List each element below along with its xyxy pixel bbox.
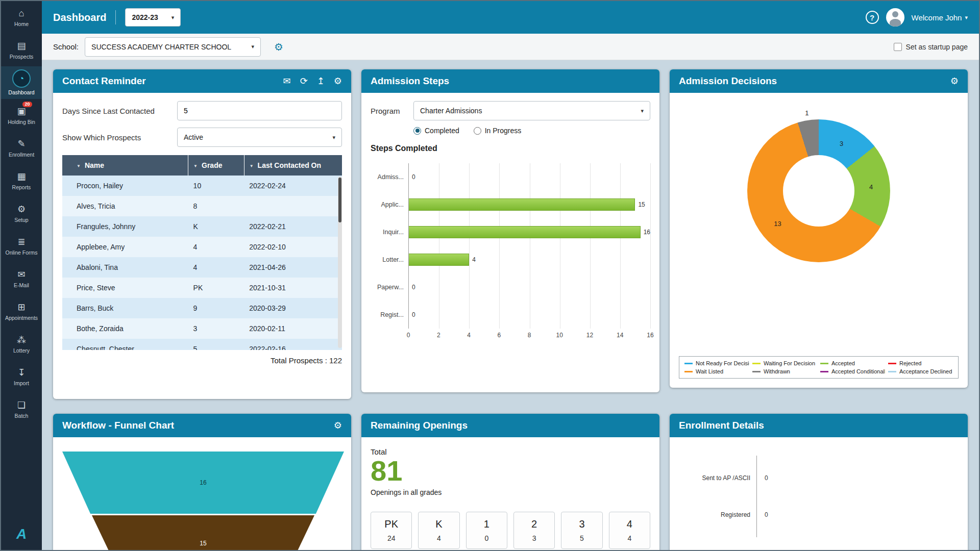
school-settings-icon[interactable]: ⚙ — [274, 41, 283, 53]
sidebar-item-enrollment[interactable]: ✎Enrollment — [1, 132, 42, 164]
grade-openings-count: 0 — [484, 534, 488, 542]
legend-swatch — [752, 371, 761, 372]
filter-icon[interactable]: ▼ — [77, 164, 81, 168]
scrollbar[interactable] — [338, 177, 342, 348]
bar-category-label: Admiss... — [371, 173, 404, 181]
card-body: Days Since Last Contacted Show Which Pro… — [53, 93, 351, 399]
table-cell: 2020-03-29 — [244, 298, 342, 318]
radio-in-progress[interactable]: In Progress — [474, 127, 522, 135]
settings-icon[interactable]: ⚙ — [950, 76, 959, 87]
table-row[interactable]: Applebee, Amy42022-02-10 — [62, 237, 342, 257]
total-label: Total — [371, 447, 650, 456]
filter-icon[interactable]: ▼ — [250, 164, 254, 168]
school-select[interactable]: SUCCESS ACADEMY CHARTER SCHOOL ▾ — [85, 37, 261, 57]
sidebar-item-label: Holding Bin — [8, 119, 35, 126]
x-tick: 12 — [586, 332, 593, 339]
table-cell: 2022-02-16 — [244, 339, 342, 350]
grade-opening-box[interactable]: 23 — [513, 512, 555, 549]
settings-icon[interactable]: ⚙ — [334, 76, 342, 87]
grade-opening-box[interactable]: K4 — [418, 512, 459, 549]
grade-opening-box[interactable]: 10 — [466, 512, 507, 549]
bar-row: Admiss...0 — [409, 163, 650, 191]
table-row[interactable]: Frangules, JohnnyK2022-02-21 — [62, 216, 342, 237]
divider — [115, 10, 116, 24]
sidebar-item-holding-bin[interactable]: ▣20Holding Bin — [1, 99, 42, 132]
sidebar-item-online-forms[interactable]: ≣Online Forms — [1, 230, 42, 262]
grade-opening-box[interactable]: PK24 — [371, 512, 412, 549]
days-since-input[interactable] — [177, 101, 342, 120]
table-row[interactable]: Price, StevePK2021-10-31 — [62, 278, 342, 298]
column-header[interactable]: ▼Last Contacted On — [244, 155, 342, 176]
grade-opening-box[interactable]: 44 — [609, 512, 650, 549]
decisions-donut-chart: 34131 — [747, 119, 890, 262]
card-title: Remaining Openings — [371, 420, 468, 431]
user-menu[interactable]: Welcome John ▾ — [912, 13, 968, 22]
avatar[interactable] — [886, 8, 904, 27]
online-forms-icon: ≣ — [17, 236, 25, 248]
sidebar-item-dashboard[interactable]: ◔Dashboard — [1, 66, 42, 99]
sidebar-item-import[interactable]: ↧Import — [1, 360, 42, 393]
sidebar-item-lottery[interactable]: ⁂Lottery — [1, 328, 42, 360]
setup-icon: ⚙ — [17, 203, 26, 215]
legend-swatch — [820, 363, 828, 364]
x-tick: 14 — [617, 332, 623, 339]
donut[interactable] — [747, 119, 890, 262]
show-prospects-row: Show Which Prospects Active ▾ — [62, 128, 342, 147]
card-title: Enrollment Details — [679, 420, 764, 431]
card-body: Program Charter Admissions ▾ CompletedIn… — [361, 93, 659, 392]
legend-swatch — [888, 363, 896, 364]
sidebar-item-batch[interactable]: ❏Batch — [1, 393, 42, 425]
table-row[interactable]: Chesnutt, Chester52022-02-16 — [62, 339, 342, 350]
help-icon[interactable]: ? — [866, 11, 879, 24]
refresh-icon[interactable]: ⟳ — [300, 76, 308, 87]
welcome-text: Welcome John — [912, 13, 962, 22]
bar[interactable] — [409, 254, 469, 266]
radio-completed[interactable]: Completed — [413, 127, 459, 135]
settings-icon[interactable]: ⚙ — [334, 420, 342, 431]
bar[interactable] — [409, 226, 641, 238]
sidebar-item-appointments[interactable]: ⊞Appointments — [1, 295, 42, 328]
legend-swatch — [684, 363, 693, 364]
column-header[interactable]: ▼Name — [62, 155, 188, 176]
table-cell: Applebee, Amy — [62, 237, 188, 257]
card-body: Total 81 Openings in all grades PK24K410… — [361, 437, 659, 550]
sidebar-item-home[interactable]: ⌂Home — [1, 1, 42, 34]
card-remaining-openings: Remaining Openings Total 81 Openings in … — [361, 414, 659, 550]
startup-page-checkbox[interactable] — [894, 43, 902, 51]
table-row[interactable]: Abaloni, Tina42021-04-26 — [62, 257, 342, 278]
sidebar-item-setup[interactable]: ⚙Setup — [1, 197, 42, 230]
sidebar-item-reports[interactable]: ▦Reports — [1, 164, 42, 197]
mail-icon[interactable]: ✉ — [283, 76, 291, 87]
table-cell: 3 — [188, 318, 244, 339]
grade-opening-box[interactable]: 35 — [561, 512, 602, 549]
table-row[interactable]: Bothe, Zoraida32020-02-11 — [62, 318, 342, 339]
card-header: Remaining Openings — [361, 414, 659, 437]
card-header: Enrollment Details — [670, 414, 968, 437]
home-icon: ⌂ — [19, 7, 24, 19]
bar[interactable] — [409, 198, 635, 211]
dashboard-icon: ◔ — [12, 69, 31, 88]
main-area: Dashboard 2022-23 ▾ ? Welcome John ▾ Sch… — [42, 1, 979, 550]
table-row[interactable]: Alves, Tricia8 — [62, 196, 342, 216]
funnel-segment[interactable]: 16 — [62, 452, 344, 514]
table-row[interactable]: Procon, Hailey102022-02-24 — [62, 176, 342, 196]
card-body: 34131 Not Ready For DecisionWaiting For … — [670, 93, 968, 388]
table-cell: 4 — [188, 257, 244, 278]
funnel-segment[interactable]: 15 — [62, 515, 344, 550]
grade-label: 1 — [484, 518, 489, 530]
sidebar-item-email[interactable]: ✉E-Mail — [1, 262, 42, 295]
table-cell: Frangules, Johnny — [62, 216, 188, 237]
program-select[interactable]: Charter Admissions ▾ — [413, 101, 650, 120]
sidebar-item-label: Dashboard — [8, 90, 34, 96]
holding-bin-icon: ▣20 — [17, 105, 26, 117]
sidebar-item-prospects[interactable]: ▤Prospects — [1, 34, 42, 66]
school-year-select[interactable]: 2022-23 ▾ — [125, 8, 181, 27]
show-prospects-select[interactable]: Active ▾ — [177, 128, 342, 147]
filter-icon[interactable]: ▼ — [193, 164, 198, 168]
column-header[interactable]: ▼Grade — [188, 155, 244, 176]
app-logo[interactable]: A — [1, 518, 42, 550]
card-header: Contact Reminder ✉⟳↥⚙ — [53, 69, 351, 93]
export-icon[interactable]: ↥ — [317, 76, 325, 87]
scrollbar-thumb[interactable] — [338, 178, 341, 222]
table-row[interactable]: Barrs, Buck92020-03-29 — [62, 298, 342, 318]
